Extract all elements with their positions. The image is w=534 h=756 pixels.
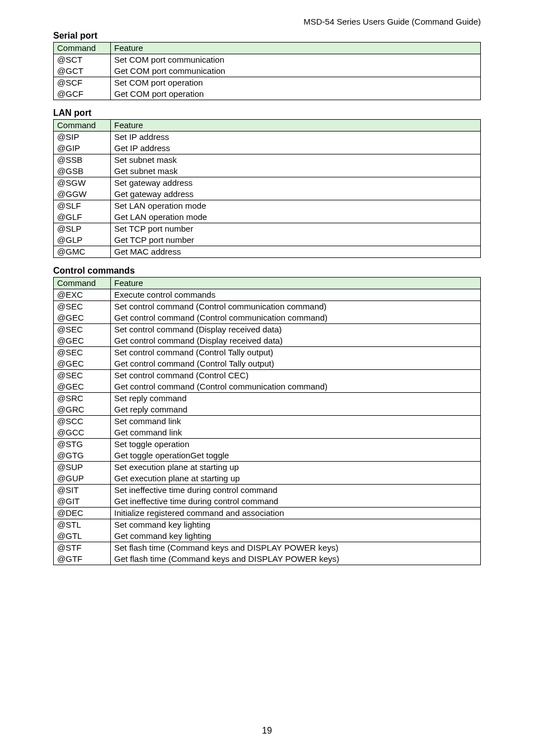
cell-feature: Get command key lighting: [111, 530, 481, 542]
page-number: 19: [0, 726, 534, 736]
cell-command: @SEC: [54, 324, 111, 336]
cell-command: @GTF: [54, 553, 111, 565]
th-feature: Feature: [111, 278, 481, 289]
table-row: @GLFGet LAN operation mode: [54, 212, 481, 223]
cell-feature: Get command link: [111, 427, 481, 439]
table-row: @SGWSet gateway address: [54, 177, 481, 189]
cell-feature: Set reply command: [111, 393, 481, 405]
cell-command: @STG: [54, 439, 111, 450]
table-row: @SIPSet IP address: [54, 132, 481, 143]
cell-feature: Set gateway address: [111, 177, 481, 189]
table-row: @SCCSet command link: [54, 416, 481, 428]
cell-command: @GLP: [54, 234, 111, 246]
cell-feature: Set control command (Display received da…: [111, 324, 481, 336]
th-command: Command: [54, 120, 111, 132]
table-row: @GTLGet command key lighting: [54, 530, 481, 542]
cell-feature: Get reply command: [111, 404, 481, 416]
cell-feature: Get TCP port number: [111, 234, 481, 246]
table-row: @GSBGet subnet mask: [54, 166, 481, 177]
table-row: @GUPGet execution plane at starting up: [54, 473, 481, 485]
cell-feature: Get COM port communication: [111, 65, 481, 77]
cell-feature: Set command link: [111, 416, 481, 428]
cell-command: @GEC: [54, 335, 111, 347]
table-row: @GECGet control command (Control communi…: [54, 381, 481, 393]
table-row: @GCTGet COM port communication: [54, 65, 481, 77]
th-command: Command: [54, 278, 111, 289]
cell-command: @SIT: [54, 485, 111, 496]
cell-feature: Set control command (Control communicati…: [111, 301, 481, 313]
table-row: @GLPGet TCP port number: [54, 234, 481, 246]
cell-feature: Get control command (Control Tally outpu…: [111, 358, 481, 370]
table-row: @GTGGet toggle operationGet toggle: [54, 450, 481, 462]
cell-command: @GTG: [54, 450, 111, 462]
cell-command: @SGW: [54, 177, 111, 189]
cell-feature: Get MAC address: [111, 246, 481, 258]
cell-feature: Set control command (Control CEC): [111, 370, 481, 382]
heading-lan-port: LAN port: [53, 108, 481, 118]
table-row: @SITSet ineffective time during control …: [54, 485, 481, 496]
cell-command: @GEC: [54, 358, 111, 370]
table-row: @GCFGet COM port operation: [54, 88, 481, 100]
table-row: @GECGet control command (Control communi…: [54, 312, 481, 324]
table-row: @DECInitialize registered command and as…: [54, 508, 481, 519]
cell-command: @GLF: [54, 212, 111, 223]
cell-feature: Get flash time (Command keys and DISPLAY…: [111, 553, 481, 565]
cell-command: @GEC: [54, 312, 111, 324]
cell-feature: Set IP address: [111, 132, 481, 143]
table-control-commands: Command Feature @EXCExecute control comm…: [53, 277, 481, 565]
cell-command: @GIP: [54, 143, 111, 154]
cell-command: @GRC: [54, 404, 111, 416]
cell-feature: Get LAN operation mode: [111, 212, 481, 223]
cell-feature: Get subnet mask: [111, 166, 481, 177]
cell-feature: Get gateway address: [111, 189, 481, 200]
cell-command: @DEC: [54, 508, 111, 519]
table-row: @SECSet control command (Control Tally o…: [54, 347, 481, 359]
cell-feature: Set COM port communication: [111, 54, 481, 66]
cell-feature: Get COM port operation: [111, 88, 481, 100]
th-command: Command: [54, 43, 111, 54]
cell-feature: Set TCP port number: [111, 223, 481, 235]
cell-command: @GGW: [54, 189, 111, 200]
table-row: @SCTSet COM port communication: [54, 54, 481, 66]
cell-command: @SCC: [54, 416, 111, 428]
cell-command: @GCF: [54, 88, 111, 100]
cell-feature: Set LAN operation mode: [111, 200, 481, 212]
cell-feature: Set subnet mask: [111, 154, 481, 166]
cell-feature: Set toggle operation: [111, 439, 481, 450]
table-lan-port: Command Feature @SIPSet IP address@GIPGe…: [53, 119, 481, 258]
cell-feature: Set ineffective time during control comm…: [111, 485, 481, 496]
th-feature: Feature: [111, 43, 481, 54]
table-row: @SECSet control command (Control communi…: [54, 301, 481, 313]
table-row: @STLSet command key lighting: [54, 519, 481, 531]
table-row: @SECSet control command (Display receive…: [54, 324, 481, 336]
cell-command: @GCT: [54, 65, 111, 77]
cell-command: @SEC: [54, 370, 111, 382]
table-row: @GECGet control command (Control Tally o…: [54, 358, 481, 370]
cell-feature: Initialize registered command and associ…: [111, 508, 481, 519]
table-row: @SSBSet subnet mask: [54, 154, 481, 166]
table-row: @GITGet ineffective time during control …: [54, 496, 481, 508]
cell-feature: Execute control commands: [111, 289, 481, 301]
cell-feature: Get execution plane at starting up: [111, 473, 481, 485]
cell-command: @GTL: [54, 530, 111, 542]
table-row: @SLPSet TCP port number: [54, 223, 481, 235]
cell-command: @SEC: [54, 301, 111, 313]
cell-command: @STF: [54, 542, 111, 554]
cell-command: @GIT: [54, 496, 111, 508]
table-row: @EXCExecute control commands: [54, 289, 481, 301]
cell-feature: Get toggle operationGet toggle: [111, 450, 481, 462]
table-row: @GECGet control command (Display receive…: [54, 335, 481, 347]
table-row: @GRCGet reply command: [54, 404, 481, 416]
cell-feature: Get ineffective time during control comm…: [111, 496, 481, 508]
th-feature: Feature: [111, 120, 481, 132]
table-row: @GTFGet flash time (Command keys and DIS…: [54, 553, 481, 565]
cell-feature: Get control command (Control communicati…: [111, 312, 481, 324]
cell-feature: Get control command (Control communicati…: [111, 381, 481, 393]
cell-command: @STL: [54, 519, 111, 531]
cell-command: @GEC: [54, 381, 111, 393]
table-row: @SRCSet reply command: [54, 393, 481, 405]
cell-feature: Set flash time (Command keys and DISPLAY…: [111, 542, 481, 554]
cell-command: @SRC: [54, 393, 111, 405]
cell-command: @SLF: [54, 200, 111, 212]
cell-command: @GSB: [54, 166, 111, 177]
